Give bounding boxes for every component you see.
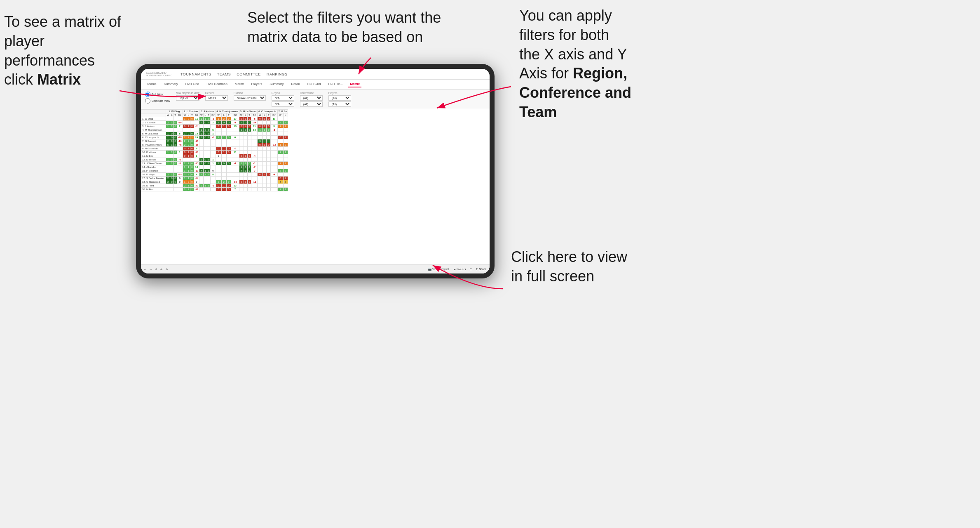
conference-select-y[interactable]: (All) — [300, 101, 323, 107]
cell-l — [263, 132, 267, 136]
nav-tournaments[interactable]: TOURNAMENTS — [181, 72, 211, 76]
cell-w: 0 — [216, 147, 221, 151]
cell-t: 1 — [207, 169, 210, 173]
cell-t — [247, 136, 251, 139]
cell-dif: -6 — [271, 128, 277, 132]
cell-l: 1 — [187, 154, 190, 158]
cell-w: 0 — [216, 184, 221, 188]
share-button[interactable]: ⇧ Share — [476, 268, 486, 271]
nav-committee[interactable]: COMMITTEE — [237, 72, 261, 76]
cell-dif — [251, 147, 258, 151]
zoom-button[interactable]: ⊕ — [160, 268, 162, 271]
cell-l — [263, 136, 267, 139]
cell-w — [277, 128, 283, 132]
undo-button[interactable]: ↩ — [144, 268, 146, 271]
conference-select-x[interactable]: (All) — [300, 95, 323, 101]
cell-l: 1 — [244, 117, 247, 121]
cell-t — [226, 143, 231, 147]
cell-l: 0 — [170, 139, 173, 143]
cell-dif — [211, 154, 216, 158]
cell-w: 1 — [239, 128, 244, 132]
cell-dif: -4 — [271, 173, 277, 177]
cell-l: 3 — [283, 162, 288, 165]
cell-dif — [231, 143, 239, 147]
cell-dif — [177, 128, 183, 132]
cell-dif: 2 — [211, 121, 216, 125]
tab-detail[interactable]: Detail — [290, 81, 301, 87]
cell-dif — [211, 143, 216, 147]
cell-l — [263, 121, 267, 125]
players-filter: Players (All) (All) — [328, 92, 351, 107]
cell-l — [170, 188, 173, 191]
cell-w: 1 — [216, 162, 221, 165]
cell-w — [258, 165, 263, 169]
watch-button[interactable]: ▶ Watch ▼ — [454, 268, 467, 271]
redo-button[interactable]: ↪ — [150, 268, 152, 271]
cell-l: 0 — [221, 162, 226, 165]
cell-dif: -7 — [251, 165, 258, 169]
cell-w: 0 — [277, 177, 283, 180]
region-select-x[interactable]: N/A — [272, 95, 294, 101]
cell-w: 2 — [183, 184, 187, 188]
tab-teams[interactable]: Teams — [145, 81, 158, 87]
region-select-y[interactable]: N/A — [272, 101, 294, 107]
players-select-x[interactable]: (All) — [328, 95, 351, 101]
cell-dif — [251, 177, 258, 180]
cell-l: 1 — [204, 184, 207, 188]
division-select[interactable]: NCAA Division I — [234, 95, 266, 101]
cell-w — [216, 165, 221, 169]
max-players-select[interactable]: Top 25 — [176, 95, 199, 101]
cell-w — [239, 158, 244, 162]
tab-h2h-heatmap[interactable]: H2H Heatmap — [205, 81, 229, 87]
cell-t: 1 — [190, 136, 194, 139]
cell-t — [207, 165, 210, 169]
cell-l — [170, 117, 173, 121]
cell-t: 0 — [267, 128, 271, 132]
tab-summary2[interactable]: Summary — [268, 81, 285, 87]
cell-dif — [251, 151, 258, 154]
cell-w — [216, 173, 221, 177]
refresh-button[interactable]: ↺ — [155, 268, 157, 271]
nav-teams[interactable]: TEAMS — [217, 72, 231, 76]
cell-l: 2 — [187, 143, 190, 147]
cell-l — [170, 165, 173, 169]
cell-dif: -19 — [194, 169, 199, 173]
cell-w: 1 — [166, 125, 170, 128]
player-name-cell: 19. D Ford — [141, 184, 166, 188]
cell-dif — [251, 158, 258, 162]
cell-dif — [211, 188, 216, 191]
full-view-radio[interactable] — [145, 92, 150, 97]
tab-summary[interactable]: Summary — [162, 81, 180, 87]
tab-matrix2[interactable]: Matrix — [348, 81, 361, 87]
cell-w: 4 — [199, 169, 204, 173]
cell-l: 2 — [187, 117, 190, 121]
tab-matrix[interactable]: Matrix — [233, 81, 246, 87]
cell-w — [199, 154, 204, 158]
cell-t — [226, 165, 231, 169]
cell-w: 0 — [239, 154, 244, 158]
cell-w: 1 — [199, 121, 204, 125]
gender-select[interactable]: Men's — [205, 95, 228, 101]
table-row: 17. S De La Fuente2000110-802 — [141, 177, 288, 180]
cell-t — [247, 158, 251, 162]
tab-h2h-grid[interactable]: H2H Grid — [184, 81, 201, 87]
cell-l: 1 — [187, 184, 190, 188]
tab-players[interactable]: Players — [250, 81, 264, 87]
cell-t — [247, 188, 251, 191]
tab-h2h-grid2[interactable]: H2H Grid — [305, 81, 322, 87]
cell-l — [244, 188, 247, 191]
cell-w: 2 — [183, 162, 187, 165]
table-row: 18. C Sherwood20001300220-10010-1145 — [141, 180, 288, 184]
tab-h2hhe[interactable]: H2H He... — [326, 81, 344, 87]
compact-view-radio[interactable] — [145, 98, 150, 104]
nav-rankings[interactable]: RANKINGS — [267, 72, 288, 76]
cell-l: 1 — [221, 151, 226, 154]
cell-dif — [177, 147, 183, 151]
cell-w: 1 — [277, 125, 283, 128]
fullscreen-button[interactable]: ⛶ — [470, 268, 472, 271]
players-select-y[interactable]: (All) — [328, 101, 351, 107]
cell-t: 0 — [207, 117, 210, 121]
cell-l: 1 — [204, 169, 207, 173]
cell-w: 1 — [216, 136, 221, 139]
settings-button[interactable]: ⚙ — [166, 268, 168, 271]
